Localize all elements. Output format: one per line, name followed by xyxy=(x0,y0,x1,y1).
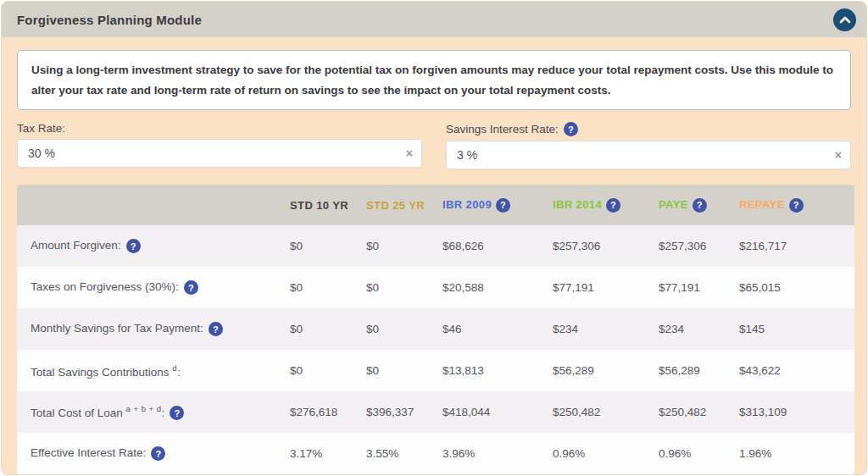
chevron-up-icon xyxy=(839,16,851,24)
savings-rate-input[interactable] xyxy=(446,141,851,169)
help-icon[interactable]: ? xyxy=(170,406,184,420)
row-label-text: Effective Interest Rate: xyxy=(31,446,146,459)
column-header-label: IBR 2009 xyxy=(442,198,492,211)
help-icon[interactable]: ? xyxy=(184,280,198,295)
table-row: Amount Forgiven:?$0$0$68,626$257,306$257… xyxy=(17,225,854,267)
column-header-label: STD 10 YR xyxy=(290,199,348,212)
forgiveness-planning-module: Forgiveness Planning Module Using a long… xyxy=(1,1,867,475)
collapse-button[interactable] xyxy=(833,8,856,31)
inputs-row: Tax Rate: × Savings Interest Rate: ? × xyxy=(17,122,851,169)
column-header-ibr-2014: IBR 2014? xyxy=(553,185,659,225)
row-label: Total Savings Contributions d: xyxy=(17,350,290,391)
tax-rate-label: Tax Rate: xyxy=(17,122,422,135)
results-table-body: Amount Forgiven:?$0$0$68,626$257,306$257… xyxy=(17,225,854,474)
savings-rate-input-wrap: × xyxy=(446,141,851,169)
tax-rate-label-text: Tax Rate: xyxy=(17,122,65,135)
column-header-empty xyxy=(17,185,290,225)
help-icon[interactable]: ? xyxy=(126,239,141,253)
module-body: Using a long-term investment strategy to… xyxy=(2,37,866,474)
row-label-text: Taxes on Forgiveness (30%): xyxy=(31,280,179,293)
value-cell: $257,306 xyxy=(659,225,739,267)
value-cell: $396,337 xyxy=(366,391,442,433)
column-header-label: STD 25 YR xyxy=(366,199,425,212)
column-header-ibr-2009: IBR 2009? xyxy=(442,185,553,225)
value-cell: 0.96% xyxy=(553,433,659,474)
savings-rate-label-text: Savings Interest Rate: xyxy=(446,123,559,136)
table-row: Total Cost of Loan a + b + d:?$276,618$3… xyxy=(17,391,854,433)
value-cell: $43,622 xyxy=(739,350,854,391)
table-row: Taxes on Forgiveness (30%):?$0$0$20,588$… xyxy=(17,267,854,308)
value-cell: $145 xyxy=(739,308,854,350)
value-cell: 3.96% xyxy=(442,433,553,474)
value-cell: $77,191 xyxy=(553,267,659,308)
table-row: Monthly Savings for Tax Payment:?$0$0$46… xyxy=(17,308,854,350)
value-cell: 1.96% xyxy=(739,433,854,474)
column-header-paye: PAYE? xyxy=(659,185,739,225)
value-cell: $313,109 xyxy=(739,391,854,433)
results-table-header-row: STD 10 YRSTD 25 YRIBR 2009?IBR 2014?PAYE… xyxy=(17,185,854,225)
savings-rate-group: Savings Interest Rate: ? × xyxy=(446,122,851,169)
row-label-text: Total Cost of Loan xyxy=(31,407,126,419)
row-label-text: Total Savings Contributions xyxy=(31,366,172,379)
value-cell: $20,588 xyxy=(442,267,553,308)
value-cell: $13,813 xyxy=(442,350,553,391)
value-cell: $257,306 xyxy=(553,225,659,267)
value-cell: $0 xyxy=(366,308,442,350)
row-label: Taxes on Forgiveness (30%):? xyxy=(17,267,290,308)
value-cell: $418,044 xyxy=(442,391,553,433)
clear-icon[interactable]: × xyxy=(406,147,413,159)
row-label: Monthly Savings for Tax Payment:? xyxy=(17,308,290,350)
row-label-text: Monthly Savings for Tax Payment: xyxy=(31,322,203,335)
table-row: Total Savings Contributions d:$0$0$13,81… xyxy=(17,350,854,391)
row-label: Total Cost of Loan a + b + d:? xyxy=(17,391,290,433)
column-header-std-25-yr: STD 25 YR xyxy=(366,185,442,225)
module-title: Forgiveness Planning Module xyxy=(17,13,202,27)
value-cell: $0 xyxy=(290,308,366,350)
column-header-label: IBR 2014 xyxy=(553,198,602,211)
value-cell: $65,015 xyxy=(739,267,854,308)
value-cell: 3.17% xyxy=(290,433,366,474)
value-cell: 0.96% xyxy=(659,433,739,474)
help-icon[interactable]: ? xyxy=(209,322,223,336)
help-icon[interactable]: ? xyxy=(151,446,165,461)
value-cell: $77,191 xyxy=(659,267,739,308)
value-cell: $0 xyxy=(290,267,366,308)
column-header-label: PAYE xyxy=(659,198,688,211)
results-table: STD 10 YRSTD 25 YRIBR 2009?IBR 2014?PAYE… xyxy=(17,185,854,474)
help-icon[interactable]: ? xyxy=(789,198,804,213)
help-icon[interactable]: ? xyxy=(496,198,510,213)
clear-icon[interactable]: × xyxy=(835,149,842,161)
row-label-suffix: : xyxy=(177,366,181,379)
savings-rate-label: Savings Interest Rate: ? xyxy=(446,122,851,136)
value-cell: $0 xyxy=(366,225,442,267)
value-cell: $276,618 xyxy=(290,391,366,433)
tax-rate-input[interactable] xyxy=(17,139,422,168)
help-icon[interactable]: ? xyxy=(693,198,707,213)
value-cell: $46 xyxy=(442,308,553,350)
value-cell: $250,482 xyxy=(659,391,739,433)
value-cell: $56,289 xyxy=(659,350,739,391)
tax-rate-input-wrap: × xyxy=(17,139,422,168)
value-cell: $56,289 xyxy=(553,350,659,391)
value-cell: $216,717 xyxy=(739,225,854,267)
row-label: Effective Interest Rate:? xyxy=(17,433,290,474)
description-box: Using a long-term investment strategy to… xyxy=(17,50,851,110)
module-header[interactable]: Forgiveness Planning Module xyxy=(2,2,866,37)
value-cell: $0 xyxy=(290,225,366,267)
column-header-label: REPAYE xyxy=(739,198,785,211)
value-cell: $68,626 xyxy=(442,225,553,267)
value-cell: $234 xyxy=(553,308,659,350)
row-label: Amount Forgiven:? xyxy=(17,225,290,267)
row-label-text: Amount Forgiven: xyxy=(31,239,121,252)
table-row: Effective Interest Rate:?3.17%3.55%3.96%… xyxy=(17,433,854,474)
value-cell: $0 xyxy=(366,350,442,391)
row-label-suffix: : xyxy=(162,407,165,419)
column-header-repaye: REPAYE? xyxy=(739,185,854,225)
value-cell: $0 xyxy=(366,267,442,308)
help-icon[interactable]: ? xyxy=(564,122,578,136)
help-icon[interactable]: ? xyxy=(606,198,620,213)
column-header-std-10-yr: STD 10 YR xyxy=(290,185,366,225)
value-cell: $234 xyxy=(659,308,739,350)
description-text: Using a long-term investment strategy to… xyxy=(31,60,837,100)
value-cell: $0 xyxy=(290,350,366,391)
